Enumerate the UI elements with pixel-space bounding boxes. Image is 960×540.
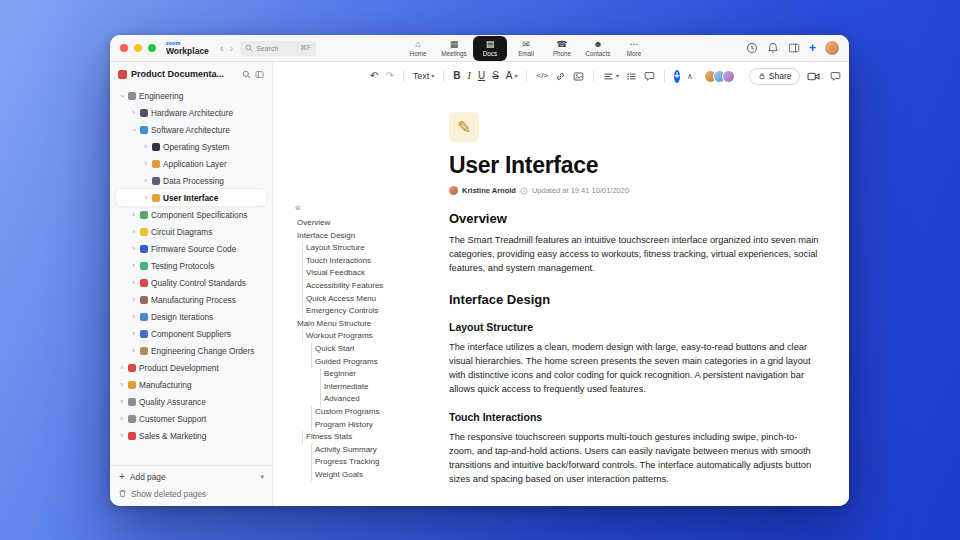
chevron-icon[interactable]: › [130,313,137,321]
sidebar-page-item[interactable]: › Component Specifications [116,206,266,223]
clock-icon[interactable] [746,42,758,54]
sidebar-page-item[interactable]: › Component Suppliers [116,325,266,342]
sidebar-page-item[interactable]: › Data Processing [116,172,266,189]
sidebar-page-item[interactable]: › Engineering Change Orders [116,342,266,359]
nav-tab[interactable]: ▤ Docs [473,36,507,61]
chevron-icon[interactable]: › [130,126,138,133]
doc-title[interactable]: User Interface [449,152,821,179]
user-avatar[interactable] [825,41,839,55]
video-camera-icon[interactable] [807,71,820,82]
nav-tab[interactable]: ⌂ Home [401,36,435,61]
sidebar-page-item[interactable]: › Sales & Marketing [116,427,266,444]
sidebar-page-item[interactable]: › Product Development [116,359,266,376]
bell-icon[interactable] [767,42,779,54]
sidebar-toggle-icon[interactable] [788,42,800,54]
chevron-icon[interactable]: › [118,415,125,423]
back-button[interactable]: ‹ [217,43,227,54]
outline-item[interactable]: Guided Programs [295,356,445,369]
list-button[interactable] [626,71,637,82]
outline-item[interactable]: Touch Interactions [295,255,445,268]
sidebar-page-item[interactable]: › Application Layer [116,155,266,172]
doc-block[interactable]: The responsive touchscreen supports mult… [449,430,821,487]
inline-code-button[interactable]: </> [536,72,548,80]
outline-item[interactable]: Intermediate [295,381,445,394]
text-style-dropdown[interactable]: Text▾ [413,72,435,81]
doc-emoji-icon[interactable]: ✎ [449,112,479,142]
outline-item[interactable]: Beginner [295,368,445,381]
chevron-icon[interactable]: › [118,92,126,99]
outline-item[interactable]: Quick Access Menu [295,293,445,306]
outline-item[interactable]: Interface Design [295,230,445,243]
add-page-button[interactable]: + Add page ▾ [118,468,264,485]
nav-tab[interactable]: ☎ Phone [545,36,579,61]
close-window-button[interactable] [120,44,128,52]
sidebar-page-item[interactable]: › Hardware Architecture [116,104,266,121]
chevron-icon[interactable]: › [130,211,137,219]
comment-button[interactable] [644,71,655,82]
chevron-icon[interactable]: › [118,381,125,389]
nav-tab[interactable]: ✉ Email [509,36,543,61]
new-item-plus-button[interactable]: + [809,42,816,54]
chevron-icon[interactable]: › [142,143,149,151]
doc-block[interactable]: Overview [449,211,821,226]
chevron-icon[interactable]: › [118,364,125,372]
outline-item[interactable]: Workout Programs [295,330,445,343]
forward-button[interactable]: › [227,43,237,54]
show-deleted-pages-button[interactable]: Show deleted pages [118,485,264,502]
add-page-chevron-icon[interactable]: ▾ [260,473,264,481]
maximize-window-button[interactable] [148,44,156,52]
undo-button[interactable]: ↶ [370,71,378,81]
nav-tab[interactable]: ▦ Meetings [437,36,471,61]
redo-button[interactable]: ↷ [385,71,393,81]
nav-tab[interactable]: ☻ Contacts [581,36,615,61]
chevron-icon[interactable]: › [118,432,125,440]
chevron-icon[interactable]: › [130,245,137,253]
collapse-toolbar-icon[interactable]: ∧ [687,72,693,81]
chevron-icon[interactable]: › [142,177,149,185]
chevron-icon[interactable]: › [130,296,137,304]
chevron-icon[interactable]: › [130,228,137,236]
chevron-icon[interactable]: › [142,194,149,202]
workspace-title[interactable]: Product Documenta... [131,69,238,79]
doc-block[interactable]: The interface utilizes a clean, modern d… [449,340,821,397]
chevron-icon[interactable]: › [118,398,125,406]
sidebar-page-item[interactable]: › Manufacturing [116,376,266,393]
bold-button[interactable]: B [453,71,460,81]
text-color-button[interactable]: A▾ [506,71,518,81]
outline-item[interactable]: Progress Tracking [295,456,445,469]
chat-bubble-icon[interactable] [830,71,841,82]
sidebar-page-item[interactable]: › User Interface [116,189,266,206]
sidebar-page-item[interactable]: › Firmware Source Code [116,240,266,257]
outline-item[interactable]: Overview [295,217,445,230]
sidebar-page-item[interactable]: › Operating System [116,138,266,155]
chevron-icon[interactable]: › [130,262,137,270]
chevron-icon[interactable]: › [130,279,137,287]
expand-pages-icon[interactable] [255,70,264,79]
nav-tab[interactable]: ⋯ More [617,36,651,61]
outline-item[interactable]: Layout Structure [295,242,445,255]
share-button[interactable]: Share [749,68,801,85]
sidebar-page-item[interactable]: › Software Architecture [116,121,266,138]
strikethrough-button[interactable]: S [492,71,499,81]
outline-item[interactable]: Visual Feedback [295,267,445,280]
sidebar-page-item[interactable]: › Testing Protocols [116,257,266,274]
outline-item[interactable]: Fitness Stats [295,431,445,444]
doc-block[interactable]: Interface Design [449,292,821,307]
italic-button[interactable]: I [468,71,471,81]
insert-block-button[interactable]: + [674,70,680,83]
sidebar-page-item[interactable]: › Manufacturing Process [116,291,266,308]
sidebar-page-item[interactable]: › Customer Support [116,410,266,427]
global-search-input[interactable]: Search ⌘F [240,41,316,56]
doc-block[interactable]: Touch Interactions [449,411,821,423]
sidebar-page-item[interactable]: › Circuit Diagrams [116,223,266,240]
outline-item[interactable]: Activity Summary [295,444,445,457]
underline-button[interactable]: U [478,71,485,81]
link-button[interactable] [555,71,566,82]
chevron-icon[interactable]: › [130,330,137,338]
collapse-outline-icon[interactable]: « [295,202,445,213]
sidebar-page-item[interactable]: › Design Iterations [116,308,266,325]
chevron-icon[interactable]: › [130,347,137,355]
outline-item[interactable]: Advanced [295,393,445,406]
collaborator-avatar[interactable] [722,70,735,83]
chevron-icon[interactable]: › [130,109,137,117]
